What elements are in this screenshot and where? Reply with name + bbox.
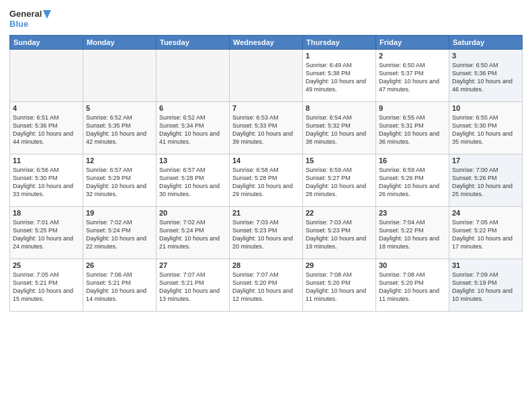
day-info: Sunrise: 7:08 AMSunset: 5:20 PMDaylight:… [379, 271, 446, 304]
day-number: 4 [13, 104, 80, 112]
day-number: 14 [232, 156, 300, 165]
calendar-day-cell: 8Sunrise: 6:54 AMSunset: 5:32 PMDaylight… [303, 102, 376, 154]
day-info: Sunrise: 7:07 AMSunset: 5:20 PMDaylight:… [232, 271, 300, 304]
header: GeneralBlue [9, 7, 523, 31]
day-number: 8 [306, 104, 373, 112]
calendar-day-cell: 6Sunrise: 6:52 AMSunset: 5:34 PMDaylight… [157, 102, 230, 154]
calendar-day-cell: 31Sunrise: 7:09 AMSunset: 5:19 PMDayligh… [449, 259, 523, 312]
calendar-day-header: Friday [376, 36, 449, 50]
calendar-day-cell: 26Sunrise: 7:06 AMSunset: 5:21 PMDayligh… [83, 259, 157, 312]
calendar-week-row: 11Sunrise: 6:56 AMSunset: 5:30 PMDayligh… [10, 154, 523, 207]
calendar-day-cell: 5Sunrise: 6:52 AMSunset: 5:35 PMDaylight… [83, 102, 157, 154]
day-info: Sunrise: 6:57 AMSunset: 5:29 PMDaylight:… [86, 166, 153, 199]
calendar-day-cell [230, 50, 303, 102]
calendar-day-cell [157, 50, 230, 102]
day-number: 31 [452, 261, 519, 269]
calendar-day-cell: 15Sunrise: 6:59 AMSunset: 5:27 PMDayligh… [303, 154, 376, 207]
calendar-day-cell: 23Sunrise: 7:04 AMSunset: 5:22 PMDayligh… [376, 207, 449, 259]
day-number: 1 [306, 52, 373, 60]
day-info: Sunrise: 7:08 AMSunset: 5:20 PMDaylight:… [306, 271, 373, 304]
calendar-day-cell: 24Sunrise: 7:05 AMSunset: 5:22 PMDayligh… [449, 207, 523, 259]
calendar-day-cell: 22Sunrise: 7:03 AMSunset: 5:23 PMDayligh… [303, 207, 376, 259]
day-number: 17 [452, 156, 519, 165]
calendar-day-cell: 4Sunrise: 6:51 AMSunset: 5:36 PMDaylight… [10, 102, 83, 154]
day-info: Sunrise: 7:07 AMSunset: 5:21 PMDaylight:… [159, 271, 226, 304]
day-number: 26 [86, 261, 153, 269]
day-number: 30 [379, 261, 446, 269]
calendar-day-cell [83, 50, 157, 102]
calendar-day-cell: 10Sunrise: 6:55 AMSunset: 5:30 PMDayligh… [449, 102, 523, 154]
calendar-day-cell: 25Sunrise: 7:05 AMSunset: 5:21 PMDayligh… [10, 259, 83, 312]
calendar-day-cell: 7Sunrise: 6:53 AMSunset: 5:33 PMDaylight… [230, 102, 303, 154]
calendar-day-header: Sunday [10, 36, 83, 50]
calendar-day-cell: 17Sunrise: 7:00 AMSunset: 5:26 PMDayligh… [449, 154, 523, 207]
logo-svg: GeneralBlue [9, 7, 53, 31]
calendar-day-header: Monday [83, 36, 157, 50]
day-number: 18 [13, 209, 80, 217]
calendar-day-cell [10, 50, 83, 102]
calendar-day-cell: 29Sunrise: 7:08 AMSunset: 5:20 PMDayligh… [303, 259, 376, 312]
day-info: Sunrise: 6:59 AMSunset: 5:27 PMDaylight:… [306, 166, 373, 199]
svg-text:General: General [9, 9, 42, 19]
calendar-day-header: Wednesday [230, 36, 303, 50]
page: GeneralBlue SundayMondayTuesdayWednesday… [0, 0, 532, 411]
day-info: Sunrise: 7:01 AMSunset: 5:25 PMDaylight:… [13, 218, 80, 251]
day-number: 12 [86, 156, 153, 165]
day-info: Sunrise: 7:03 AMSunset: 5:23 PMDaylight:… [306, 218, 373, 251]
day-number: 29 [306, 261, 373, 269]
day-number: 13 [159, 156, 226, 165]
day-info: Sunrise: 7:04 AMSunset: 5:22 PMDaylight:… [379, 218, 446, 251]
day-number: 21 [232, 209, 300, 217]
day-info: Sunrise: 6:56 AMSunset: 5:30 PMDaylight:… [13, 166, 80, 199]
calendar-day-header: Saturday [449, 36, 523, 50]
calendar-week-row: 4Sunrise: 6:51 AMSunset: 5:36 PMDaylight… [10, 102, 523, 154]
day-info: Sunrise: 7:02 AMSunset: 5:24 PMDaylight:… [86, 218, 153, 251]
day-number: 25 [13, 261, 80, 269]
calendar-day-cell: 18Sunrise: 7:01 AMSunset: 5:25 PMDayligh… [10, 207, 83, 259]
calendar-day-cell: 20Sunrise: 7:02 AMSunset: 5:24 PMDayligh… [157, 207, 230, 259]
calendar-day-cell: 27Sunrise: 7:07 AMSunset: 5:21 PMDayligh… [157, 259, 230, 312]
calendar-day-header: Tuesday [157, 36, 230, 50]
day-info: Sunrise: 6:53 AMSunset: 5:33 PMDaylight:… [232, 113, 300, 146]
calendar-day-cell: 21Sunrise: 7:03 AMSunset: 5:23 PMDayligh… [230, 207, 303, 259]
day-number: 11 [13, 156, 80, 165]
day-number: 16 [379, 156, 446, 165]
calendar-day-cell: 2Sunrise: 6:50 AMSunset: 5:37 PMDaylight… [376, 50, 449, 102]
calendar-day-cell: 11Sunrise: 6:56 AMSunset: 5:30 PMDayligh… [10, 154, 83, 207]
day-number: 23 [379, 209, 446, 217]
day-info: Sunrise: 6:49 AMSunset: 5:38 PMDaylight:… [306, 61, 373, 94]
day-info: Sunrise: 6:59 AMSunset: 5:26 PMDaylight:… [379, 166, 446, 199]
calendar-day-cell: 16Sunrise: 6:59 AMSunset: 5:26 PMDayligh… [376, 154, 449, 207]
calendar-table: SundayMondayTuesdayWednesdayThursdayFrid… [9, 35, 523, 312]
calendar-week-row: 1Sunrise: 6:49 AMSunset: 5:38 PMDaylight… [10, 50, 523, 102]
day-info: Sunrise: 6:58 AMSunset: 5:28 PMDaylight:… [232, 166, 300, 199]
logo: GeneralBlue [9, 7, 53, 31]
day-number: 2 [379, 52, 446, 60]
day-info: Sunrise: 6:55 AMSunset: 5:31 PMDaylight:… [379, 113, 446, 146]
day-number: 6 [159, 104, 226, 112]
svg-text:Blue: Blue [9, 19, 28, 29]
day-info: Sunrise: 6:54 AMSunset: 5:32 PMDaylight:… [306, 113, 373, 146]
day-info: Sunrise: 7:02 AMSunset: 5:24 PMDaylight:… [159, 218, 226, 251]
day-info: Sunrise: 7:05 AMSunset: 5:22 PMDaylight:… [452, 218, 519, 251]
day-number: 28 [232, 261, 300, 269]
calendar-day-header: Thursday [303, 36, 376, 50]
day-info: Sunrise: 6:52 AMSunset: 5:34 PMDaylight:… [159, 113, 226, 146]
day-number: 27 [159, 261, 226, 269]
day-info: Sunrise: 6:55 AMSunset: 5:30 PMDaylight:… [452, 113, 519, 146]
svg-marker-2 [43, 10, 51, 19]
calendar-day-cell: 19Sunrise: 7:02 AMSunset: 5:24 PMDayligh… [83, 207, 157, 259]
day-number: 10 [452, 104, 519, 112]
day-info: Sunrise: 6:51 AMSunset: 5:36 PMDaylight:… [13, 113, 80, 146]
calendar-day-cell: 14Sunrise: 6:58 AMSunset: 5:28 PMDayligh… [230, 154, 303, 207]
day-info: Sunrise: 6:50 AMSunset: 5:37 PMDaylight:… [379, 61, 446, 94]
day-info: Sunrise: 7:03 AMSunset: 5:23 PMDaylight:… [232, 218, 300, 251]
calendar-day-cell: 30Sunrise: 7:08 AMSunset: 5:20 PMDayligh… [376, 259, 449, 312]
calendar-day-cell: 1Sunrise: 6:49 AMSunset: 5:38 PMDaylight… [303, 50, 376, 102]
day-info: Sunrise: 7:00 AMSunset: 5:26 PMDaylight:… [452, 166, 519, 199]
calendar-day-cell: 28Sunrise: 7:07 AMSunset: 5:20 PMDayligh… [230, 259, 303, 312]
day-number: 9 [379, 104, 446, 112]
day-info: Sunrise: 7:05 AMSunset: 5:21 PMDaylight:… [13, 271, 80, 304]
calendar-day-cell: 13Sunrise: 6:57 AMSunset: 5:28 PMDayligh… [157, 154, 230, 207]
calendar-header-row: SundayMondayTuesdayWednesdayThursdayFrid… [10, 36, 523, 50]
